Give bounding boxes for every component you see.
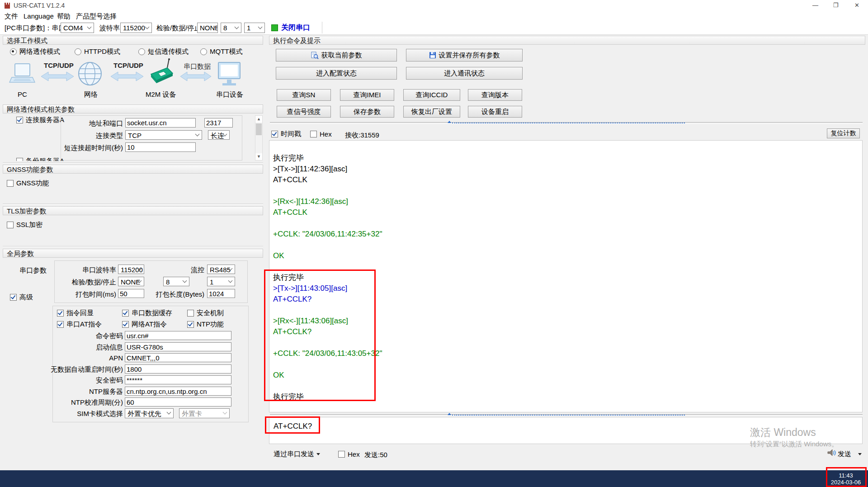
- enter-comm-button[interactable]: 进入通讯状态: [406, 67, 523, 80]
- reset-count-button[interactable]: 复位计数: [827, 128, 860, 138]
- flow-control-select[interactable]: RS485: [207, 265, 235, 274]
- checkbox-icon[interactable]: [10, 294, 17, 301]
- command-panel-header: 执行命令及提示: [269, 36, 865, 45]
- advanced-checkbox[interactable]: 高级: [10, 293, 33, 301]
- checkbox-icon[interactable]: [187, 310, 194, 317]
- send-via-serial-button[interactable]: 通过串口发送: [274, 450, 314, 459]
- query-iccid-button[interactable]: 查询ICCID: [403, 89, 460, 101]
- checkbox-icon[interactable]: [310, 131, 317, 137]
- pack-time-input[interactable]: [118, 289, 144, 298]
- scroll-up-button[interactable]: ▲: [255, 116, 262, 123]
- menu-language[interactable]: Language: [24, 12, 54, 20]
- cmd-password-input[interactable]: [125, 331, 231, 340]
- factory-reset-button[interactable]: 恢复出厂设置: [403, 106, 460, 118]
- set-save-params-button[interactable]: 设置并保存所有参数: [406, 49, 523, 61]
- serial-databits-select[interactable]: 8: [163, 277, 189, 286]
- taskbar-clock[interactable]: 11:43 2024-03-06: [828, 472, 863, 486]
- checkbox-icon[interactable]: [16, 117, 23, 123]
- serial-stopbits-select[interactable]: 1: [207, 277, 235, 286]
- server-address-input[interactable]: [125, 118, 196, 128]
- query-signal-button[interactable]: 查信号强度: [277, 106, 331, 118]
- radio-mqtt-mode[interactable]: MQTT模式: [200, 48, 243, 55]
- query-imei-button[interactable]: 查询IMEI: [340, 89, 394, 101]
- baud-select[interactable]: 115200: [120, 23, 152, 33]
- checkbox-icon[interactable]: [16, 158, 23, 161]
- ssl-checkbox[interactable]: SSL加密: [7, 221, 42, 228]
- security-mechanism-checkbox[interactable]: 安全机制: [187, 309, 224, 317]
- stopbits-select[interactable]: 1: [244, 23, 265, 33]
- ntp-server-input[interactable]: [125, 387, 231, 396]
- radio-httpd-mode[interactable]: HTTPD模式: [75, 48, 120, 55]
- radio-icon[interactable]: [138, 48, 145, 55]
- save-params-button[interactable]: 保存参数: [340, 106, 394, 118]
- send-via-dropdown-icon[interactable]: [316, 453, 320, 455]
- checkbox-icon[interactable]: [271, 131, 278, 137]
- gnss-checkbox[interactable]: GNSS功能: [7, 180, 49, 187]
- sim-secondary-select[interactable]: 外置卡: [179, 408, 230, 418]
- checkbox-icon[interactable]: [57, 310, 64, 317]
- enter-config-button[interactable]: 进入配置状态: [276, 67, 397, 80]
- scrollbar-thumb[interactable]: [256, 123, 262, 135]
- checkbox-icon[interactable]: [57, 321, 64, 328]
- net-params-scrollbar[interactable]: ▲ ▼: [255, 115, 263, 161]
- close-serial-button[interactable]: 关闭串口: [269, 22, 317, 33]
- com-port-select[interactable]: COM4: [61, 23, 94, 33]
- query-sn-button[interactable]: 查询SN: [277, 89, 331, 101]
- checkbox-icon[interactable]: [187, 321, 194, 328]
- ntp-checkbox[interactable]: NTP功能: [187, 321, 224, 328]
- apn-input[interactable]: [125, 353, 231, 362]
- parity-select[interactable]: NONE: [197, 23, 218, 33]
- sim-primary-select[interactable]: 外置卡优先: [125, 408, 174, 418]
- splitter-handle-icon[interactable]: [448, 121, 451, 123]
- arrow-bidirectional-icon: [41, 71, 74, 82]
- radio-icon[interactable]: [75, 48, 81, 55]
- serial-cache-checkbox[interactable]: 串口数据缓存: [122, 309, 172, 317]
- cmd-echo-checkbox[interactable]: 指令回显: [57, 309, 94, 317]
- send-dropdown-icon[interactable]: [858, 453, 862, 455]
- server-a-checkbox[interactable]: 连接服务器A: [16, 116, 64, 123]
- maximize-button[interactable]: ❐: [826, 0, 846, 11]
- splitter-handle-icon[interactable]: [448, 413, 451, 415]
- checkbox-icon[interactable]: [7, 180, 14, 187]
- network-at-checkbox[interactable]: 网络AT指令: [122, 321, 167, 328]
- scroll-down-button[interactable]: ▼: [255, 153, 262, 160]
- checkbox-icon[interactable]: [7, 222, 14, 228]
- menu-product-model[interactable]: 产品型号选择: [76, 12, 117, 21]
- serial-baud-select[interactable]: 115200: [118, 265, 144, 274]
- work-mode-header: 选择工作模式: [3, 36, 263, 45]
- conn-keep-select[interactable]: 长连: [208, 130, 230, 140]
- menu-file[interactable]: 文件: [5, 12, 18, 21]
- radio-icon[interactable]: [200, 48, 207, 55]
- no-data-restart-input[interactable]: [125, 364, 231, 374]
- send-hex-checkbox[interactable]: Hex: [338, 450, 360, 458]
- pack-length-input[interactable]: [207, 289, 235, 298]
- minimize-button[interactable]: —: [805, 0, 826, 11]
- send-button[interactable]: 发送: [838, 450, 851, 459]
- close-button[interactable]: ✕: [846, 0, 868, 11]
- log-output-area[interactable]: 执行完毕 >[Tx->][11:42:36][asc] AT+CCLK >[Rx…: [269, 140, 863, 412]
- recv-hex-checkbox[interactable]: Hex: [310, 130, 332, 137]
- databits-select[interactable]: 8: [221, 23, 241, 33]
- radio-sms-transparent-mode[interactable]: 短信透传模式: [138, 48, 189, 55]
- clock-date: 2024-03-06: [828, 479, 863, 486]
- serial-at-checkbox[interactable]: 串口AT指令: [57, 321, 102, 328]
- server-b-checkbox[interactable]: 备份服务器A: [16, 157, 64, 161]
- short-conn-timeout-input[interactable]: [125, 142, 196, 152]
- radio-icon[interactable]: [10, 48, 17, 55]
- device-reboot-button[interactable]: 设备重启: [468, 106, 522, 118]
- get-params-button[interactable]: 获取当前参数: [276, 49, 397, 61]
- checkbox-icon[interactable]: [122, 321, 129, 328]
- conn-type-select[interactable]: TCP: [125, 130, 202, 140]
- timestamp-checkbox[interactable]: 时间戳: [271, 130, 301, 137]
- sent-count-label: 发送:50: [364, 451, 387, 459]
- security-password-input[interactable]: [125, 375, 231, 384]
- checkbox-icon[interactable]: [122, 310, 129, 317]
- query-version-button[interactable]: 查询版本: [468, 89, 522, 101]
- server-port-input[interactable]: [204, 118, 233, 128]
- boot-info-input[interactable]: [125, 342, 231, 351]
- menu-help[interactable]: 帮助: [57, 12, 71, 21]
- ntp-period-input[interactable]: [125, 397, 231, 407]
- serial-parity-select[interactable]: NONE: [118, 277, 144, 286]
- checkbox-icon[interactable]: [338, 451, 345, 458]
- radio-net-transparent-mode[interactable]: 网络透传模式: [10, 48, 60, 55]
